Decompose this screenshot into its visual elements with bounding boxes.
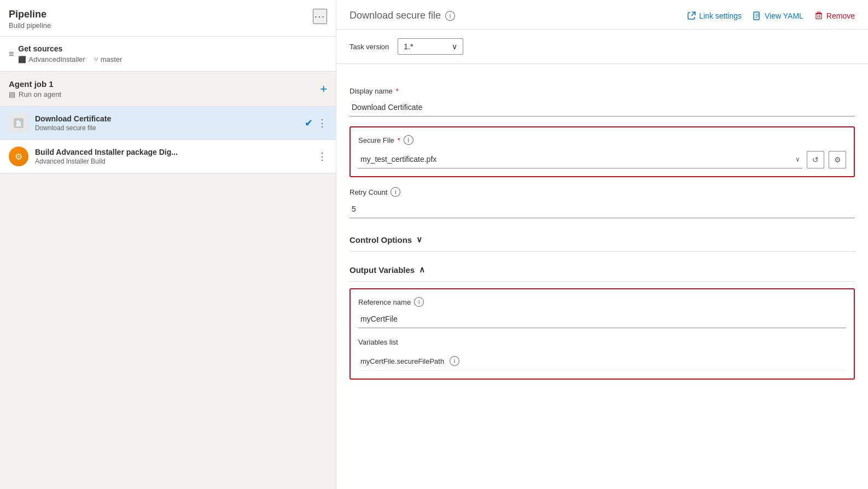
- branch-name: master: [101, 55, 123, 63]
- agent-job-header: Agent job 1 ▤ Run on agent +: [0, 72, 336, 107]
- version-chevron-icon: ∨: [452, 42, 457, 51]
- output-variables-chevron-icon: ∧: [419, 265, 425, 275]
- build-task-icon: ⚙: [9, 147, 28, 166]
- download-task-actions: ✔ ⋮: [305, 117, 327, 129]
- secure-file-value: my_test_certificate.pfx: [360, 155, 795, 164]
- title-info-icon[interactable]: i: [445, 11, 455, 21]
- output-variables-toggle[interactable]: Output Variables ∧: [349, 258, 855, 282]
- pipeline-info: Pipeline Build pipeline: [9, 9, 51, 30]
- link-settings-button[interactable]: Link settings: [687, 11, 742, 20]
- repo-name: AdvancedInstaller: [28, 55, 85, 63]
- agent-job-subtitle: ▤ Run on agent: [9, 90, 61, 98]
- repo-icon: ⬛: [18, 56, 26, 63]
- download-task-icon: 📄: [9, 113, 28, 133]
- variables-list-section: Variables list myCertFile.secureFilePath…: [358, 338, 846, 371]
- display-name-input[interactable]: [349, 98, 855, 117]
- variable-name: myCertFile.secureFilePath: [360, 357, 444, 365]
- variable-item: myCertFile.secureFilePath i: [358, 352, 846, 371]
- remove-icon: [814, 11, 823, 20]
- output-variables-section: Reference name i Variables list myCertFi…: [349, 288, 855, 380]
- display-name-required: *: [396, 87, 399, 95]
- svg-rect-3: [817, 12, 820, 13]
- right-header: Download secure file i Link settings Vie…: [336, 0, 868, 30]
- add-task-button[interactable]: +: [320, 82, 327, 96]
- get-sources-title: Get sources: [18, 44, 122, 53]
- build-task-title: Build Advanced Installer package Dig...: [35, 148, 311, 156]
- task-item-build-advanced[interactable]: ⚙ Build Advanced Installer package Dig..…: [0, 140, 336, 173]
- task-version-label: Task version: [349, 43, 389, 51]
- get-sources-meta: ⬛ AdvancedInstaller ⑂ master: [18, 55, 122, 63]
- remove-button[interactable]: Remove: [814, 11, 855, 20]
- control-options-label: Control Options: [349, 235, 412, 245]
- control-options-chevron-icon: ∨: [416, 235, 422, 245]
- control-options-toggle[interactable]: Control Options ∨: [349, 228, 855, 252]
- retry-count-info-icon[interactable]: i: [391, 187, 400, 197]
- build-task-subtitle: Advanced Installer Build: [35, 158, 311, 165]
- reference-name-row: Reference name i: [358, 297, 846, 328]
- variables-list-label: Variables list: [358, 338, 846, 346]
- task-item-download-certificate[interactable]: 📄 Download Certificate Download secure f…: [0, 107, 336, 140]
- pipeline-subtitle: Build pipeline: [9, 21, 51, 30]
- link-settings-icon: [687, 11, 696, 20]
- display-name-label: Display name *: [349, 87, 855, 95]
- task-version-row: Task version 1.* ∨: [336, 30, 868, 64]
- display-name-row: Display name *: [349, 87, 855, 117]
- reference-name-label: Reference name i: [358, 297, 846, 307]
- secure-file-settings-button[interactable]: ⚙: [829, 151, 846, 168]
- repo-badge: ⬛ AdvancedInstaller: [18, 55, 85, 63]
- get-sources-row[interactable]: ≡ Get sources ⬛ AdvancedInstaller ⑂ mast…: [0, 37, 336, 72]
- right-panel: Download secure file i Link settings Vie…: [336, 0, 868, 489]
- right-panel-title: Download secure file: [349, 10, 441, 21]
- branch-badge: ⑂ master: [94, 55, 123, 63]
- download-task-subtitle: Download secure file: [35, 124, 298, 132]
- right-title-area: Download secure file i: [349, 10, 455, 21]
- view-yaml-icon: [753, 11, 761, 20]
- build-task-content: Build Advanced Installer package Dig... …: [35, 148, 311, 165]
- branch-icon: ⑂: [94, 55, 98, 63]
- reference-name-info-icon[interactable]: i: [414, 297, 424, 307]
- form-body: Display name * Secure File * i my_test_c…: [336, 76, 868, 400]
- download-task-check-icon: ✔: [305, 117, 313, 129]
- variable-info-icon[interactable]: i: [450, 356, 459, 366]
- secure-file-dropdown[interactable]: my_test_certificate.pfx ∨: [358, 150, 802, 168]
- svg-rect-5: [816, 14, 822, 19]
- agent-label: Run on agent: [19, 90, 61, 98]
- secure-file-label: Secure File * i: [358, 135, 846, 145]
- retry-count-label: Retry Count i: [349, 187, 855, 197]
- header-actions: Link settings View YAML Remove: [687, 11, 855, 20]
- reference-name-input[interactable]: [358, 310, 846, 328]
- retry-count-input[interactable]: [349, 200, 855, 218]
- get-sources-icon: ≡: [9, 49, 14, 59]
- build-task-more-icon[interactable]: ⋮: [317, 150, 327, 162]
- version-select[interactable]: 1.* ∨: [398, 38, 463, 55]
- build-task-actions: ⋮: [317, 150, 327, 162]
- left-panel: Pipeline Build pipeline ⋯ ≡ Get sources …: [0, 0, 336, 489]
- view-yaml-button[interactable]: View YAML: [753, 11, 803, 20]
- download-task-title: Download Certificate: [35, 114, 298, 123]
- output-variables-label: Output Variables: [349, 265, 415, 275]
- secure-file-select-row: my_test_certificate.pfx ∨ ↺ ⚙: [358, 150, 846, 168]
- svg-text:📄: 📄: [15, 120, 22, 127]
- pipeline-more-button[interactable]: ⋯: [313, 9, 327, 24]
- secure-file-required: *: [398, 136, 400, 144]
- get-sources-content: Get sources ⬛ AdvancedInstaller ⑂ master: [18, 44, 122, 63]
- retry-count-row: Retry Count i: [349, 187, 855, 218]
- secure-file-chevron-icon: ∨: [795, 155, 800, 163]
- agent-job-info: Agent job 1 ▤ Run on agent: [9, 79, 61, 98]
- pipeline-title: Pipeline: [9, 9, 51, 20]
- secure-file-section: Secure File * i my_test_certificate.pfx …: [349, 126, 855, 177]
- agent-icon: ▤: [9, 90, 15, 98]
- pipeline-header: Pipeline Build pipeline ⋯: [0, 0, 336, 37]
- download-task-content: Download Certificate Download secure fil…: [35, 114, 298, 132]
- secure-file-info-icon[interactable]: i: [404, 135, 413, 145]
- secure-file-refresh-button[interactable]: ↺: [807, 151, 824, 168]
- download-task-more-icon[interactable]: ⋮: [317, 117, 327, 129]
- agent-job-title: Agent job 1: [9, 79, 61, 89]
- version-value: 1.*: [404, 42, 447, 51]
